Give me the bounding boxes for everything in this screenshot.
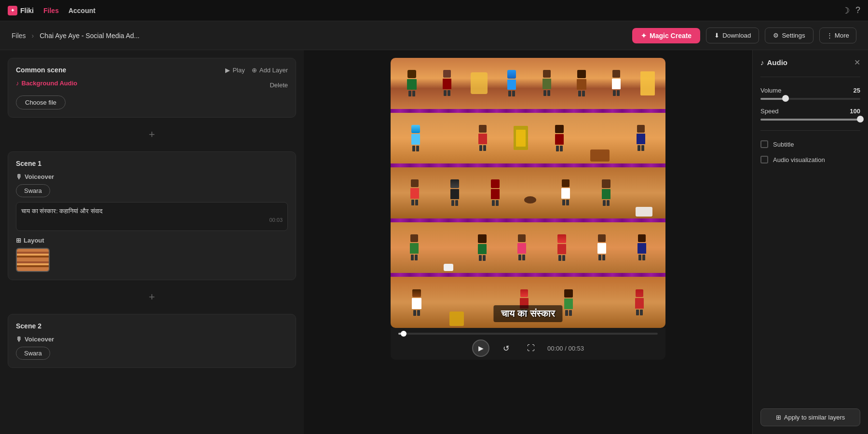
speed-thumb[interactable] — [857, 116, 864, 122]
scene1-layout-thumbnail[interactable] — [16, 248, 50, 272]
magic-create-label: Magic Create — [650, 32, 692, 40]
common-scene-actions: ▶ Play ⊕ Add Layer — [225, 67, 288, 74]
subtitle-checkbox-row[interactable]: Subtitle — [760, 140, 860, 148]
close-audio-panel-button[interactable]: ✕ — [854, 58, 860, 67]
panel-spacer — [760, 171, 860, 401]
fullscreen-icon: ⛶ — [527, 344, 535, 353]
microphone-icon: 🎙 — [16, 173, 22, 180]
play-label: Play — [232, 67, 244, 74]
progress-bar[interactable] — [398, 333, 658, 335]
settings-icon: ⚙ — [773, 32, 779, 39]
scene1-layout-label: ⊞ Layout — [16, 237, 288, 244]
char-25 — [629, 289, 651, 316]
scene1-duration: 00:03 — [21, 217, 283, 223]
nav-account[interactable]: Account — [68, 7, 95, 14]
scene1-title: Scene 1 — [16, 160, 41, 167]
add-layer-button[interactable]: ⊕ Add Layer — [252, 67, 288, 74]
speed-slider[interactable] — [760, 119, 860, 121]
volume-label: Volume — [760, 87, 781, 94]
char-18 — [511, 234, 533, 261]
volume-section: Volume 25 — [760, 87, 860, 100]
replay-icon: ↺ — [503, 344, 509, 353]
fullscreen-button[interactable]: ⛶ — [522, 339, 540, 357]
audio-viz-checkbox[interactable] — [760, 156, 768, 163]
pixel-row-2 — [391, 113, 665, 164]
scene2-title: Scene 2 — [16, 322, 41, 330]
scene1-text-box[interactable]: चाय का संस्कार: कहानियां और संवाद 00:03 — [16, 202, 288, 231]
breadcrumb-root[interactable]: Files — [12, 32, 26, 40]
pixel-chars-3 — [391, 167, 665, 218]
scene1-voice-button[interactable]: Swara — [16, 184, 50, 197]
delete-audio-button[interactable]: Delete — [270, 81, 288, 89]
add-scene-button-2[interactable]: + — [8, 288, 296, 306]
audio-panel-title: ♪ Audio — [760, 58, 787, 67]
apply-similar-button[interactable]: ⊞ Apply to similar layers — [760, 408, 860, 426]
magic-create-icon: ✦ — [641, 32, 647, 40]
scene2-voice-button[interactable]: Swara — [16, 347, 50, 360]
replay-button[interactable]: ↺ — [497, 339, 515, 357]
speed-fill — [760, 119, 860, 121]
audio-viz-checkbox-row[interactable]: Audio visualization — [760, 156, 860, 163]
divider-2 — [391, 163, 665, 167]
char-8 — [472, 125, 493, 151]
download-button[interactable]: ⬇ Download — [706, 27, 759, 43]
time-display: 00:00 / 00:53 — [547, 345, 584, 352]
settings-button[interactable]: ⚙ Settings — [765, 27, 813, 43]
choose-file-button[interactable]: Choose file — [16, 95, 66, 109]
speed-section: Speed 100 — [760, 108, 860, 121]
scene1-voiceover-label: 🎙 Voiceover — [16, 173, 288, 180]
subtitle-checkbox[interactable] — [760, 140, 768, 148]
more-label: More — [835, 32, 849, 39]
add-layer-label: Add Layer — [259, 67, 288, 74]
pixel-chars-1 — [391, 58, 665, 109]
add-scene-button[interactable]: + — [8, 125, 296, 144]
main-layout: Common scene ▶ Play ⊕ Add Layer ♪ Backgr… — [0, 50, 868, 434]
pixel-chars-4 — [391, 222, 665, 273]
download-icon: ⬇ — [714, 32, 719, 39]
layout-icon: ⊞ — [16, 237, 21, 244]
scene2-voiceover-label: 🎙 Voiceover — [16, 336, 288, 343]
divider-1 — [391, 109, 665, 113]
char-17 — [471, 234, 493, 261]
magic-create-button[interactable]: ✦ Magic Create — [632, 28, 700, 43]
volume-slider[interactable] — [760, 98, 860, 100]
pixel-row-5: चाय का संस्कार — [391, 277, 665, 328]
pixel-chars-2 — [391, 113, 665, 164]
help-icon[interactable]: ? — [855, 5, 860, 15]
audio-icon: ♪ — [760, 58, 764, 67]
more-button[interactable]: ⋮ More — [819, 27, 856, 43]
theme-toggle-icon[interactable]: ☽ — [842, 5, 850, 16]
char-6 — [606, 70, 627, 96]
char-12 — [444, 179, 466, 206]
more-icon: ⋮ — [827, 32, 833, 39]
audio-title-text: Audio — [767, 58, 788, 67]
progress-thumb[interactable] — [401, 331, 407, 337]
char-14 — [555, 179, 577, 206]
play-pause-button[interactable]: ▶ — [472, 339, 489, 357]
common-scene-play-button[interactable]: ▶ Play — [225, 67, 244, 74]
right-panel: ♪ Audio ✕ Volume 25 Speed 100 — [752, 50, 868, 434]
nav-files[interactable]: Files — [43, 7, 59, 14]
char-21 — [631, 234, 652, 261]
download-label: Download — [722, 32, 751, 39]
char-3 — [501, 70, 523, 96]
add-layer-icon: ⊕ — [252, 67, 257, 74]
scene1-header: Scene 1 — [16, 160, 288, 167]
play-icon: ▶ — [225, 67, 230, 74]
char-7 — [405, 125, 426, 151]
top-navigation: ✦ Fliki Files Account ☽ ? — [0, 0, 868, 21]
background-audio-icon: ♪ — [16, 80, 19, 87]
panel-divider-2 — [760, 130, 860, 131]
breadcrumb-current: Chai Aye Aye - Social Media Ad... — [40, 32, 139, 40]
subtitle-label: Subtitle — [773, 141, 794, 148]
pixel-row-3 — [391, 167, 665, 218]
divider-4 — [391, 273, 665, 277]
layout-thumb-preview — [17, 249, 49, 271]
center-area: चाय का संस्कार ▶ ↺ ⛶ 00:00 / 00:53 — [304, 50, 752, 434]
microphone2-icon: 🎙 — [16, 336, 22, 343]
volume-thumb[interactable] — [782, 95, 789, 102]
pixel-row-1 — [391, 58, 665, 109]
audio-viz-label: Audio visualization — [773, 156, 825, 163]
controls-row: ▶ ↺ ⛶ 00:00 / 00:53 — [398, 339, 658, 357]
scene2-card: Scene 2 🎙 Voiceover Swara — [8, 314, 296, 368]
